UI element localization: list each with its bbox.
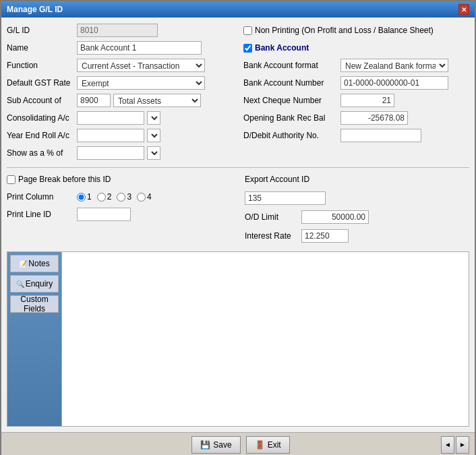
bank-account-label: Bank Account xyxy=(255,43,309,53)
function-select[interactable]: Current Asset - Transaction xyxy=(77,59,205,72)
export-account-input-row xyxy=(245,191,469,206)
radio-4-item: 4 xyxy=(137,192,152,202)
gst-row: Default GST Rate Exempt xyxy=(7,75,233,90)
radio-4[interactable] xyxy=(137,193,146,202)
non-printing-checkbox[interactable] xyxy=(243,26,252,35)
year-end-label: Year End Roll A/c xyxy=(7,131,74,140)
page-break-checkbox[interactable] xyxy=(7,175,16,184)
show-pct-row: Show as a % of xyxy=(7,146,233,160)
bank-format-select[interactable]: New Zealand Bank format xyxy=(340,59,448,72)
name-input[interactable] xyxy=(77,41,202,55)
title-bar: Manage G/L ID ✕ xyxy=(1,1,475,18)
prev-button[interactable]: ◄ xyxy=(441,436,454,454)
main-window: Manage G/L ID ✕ G/L ID Name Function xyxy=(0,0,476,455)
sub-account-label: Sub Account of xyxy=(7,96,74,105)
bottom-panel: Notes Enquiry Custom Fields xyxy=(7,251,469,427)
dd-authority-input[interactable] xyxy=(340,129,421,142)
sidebar: Notes Enquiry Custom Fields xyxy=(7,252,61,426)
custom-fields-button[interactable]: Custom Fields xyxy=(10,295,59,313)
bank-format-label: Bank Account format xyxy=(243,61,338,70)
enquiry-label: Enquiry xyxy=(26,279,53,289)
print-column-radios: 1 2 3 4 xyxy=(77,192,152,202)
middle-section: Page Break before this ID Print Column 1… xyxy=(7,169,469,246)
bank-number-input[interactable] xyxy=(340,76,448,90)
sub-account-input[interactable] xyxy=(77,94,111,107)
sub-account-desc-select[interactable]: Total Assets xyxy=(113,94,201,107)
consolidating-select[interactable] xyxy=(147,111,160,125)
content-area: G/L ID Name Function Current Asset - Tra… xyxy=(1,18,475,432)
name-label: Name xyxy=(7,43,74,53)
opening-bank-row: Opening Bank Rec Bal xyxy=(243,111,469,125)
notes-icon xyxy=(19,259,27,268)
save-icon: 💾 xyxy=(200,440,210,450)
next-cheque-label: Next Cheque Number xyxy=(243,96,338,105)
dd-authority-row: D/Debit Authority No. xyxy=(243,128,469,143)
top-panel: G/L ID Name Function Current Asset - Tra… xyxy=(7,23,469,160)
close-button[interactable]: ✕ xyxy=(458,4,469,15)
radio-3[interactable] xyxy=(117,193,125,202)
enquiry-icon xyxy=(16,279,24,289)
footer: 💾 Save 🚪 Exit ◄ ► xyxy=(1,432,475,455)
enquiry-button[interactable]: Enquiry xyxy=(10,275,59,293)
notes-button[interactable]: Notes xyxy=(10,255,59,272)
window-title: Manage G/L ID xyxy=(7,5,63,14)
radio-2[interactable] xyxy=(97,193,106,202)
non-printing-label: Non Printing (On Profit and Loss / Balan… xyxy=(255,26,434,35)
next-cheque-row: Next Cheque Number xyxy=(243,93,469,108)
custom-fields-label: Custom Fields xyxy=(15,295,54,313)
section-divider-1 xyxy=(7,167,469,168)
footer-buttons: 💾 Save 🚪 Exit xyxy=(40,436,441,454)
main-content-area xyxy=(61,252,469,426)
non-printing-row: Non Printing (On Profit and Loss / Balan… xyxy=(243,23,469,38)
opening-bank-input[interactable] xyxy=(340,111,408,125)
sub-account-row: Sub Account of Total Assets xyxy=(7,93,233,108)
gl-id-row: G/L ID xyxy=(7,23,233,38)
year-end-input[interactable] xyxy=(77,129,144,142)
show-pct-input[interactable] xyxy=(77,146,144,160)
export-account-input[interactable] xyxy=(245,191,326,205)
od-limit-row: O/D Limit xyxy=(245,210,469,224)
save-label: Save xyxy=(213,440,231,450)
interest-rate-row: Interest Rate xyxy=(245,229,469,243)
next-cheque-input[interactable] xyxy=(340,94,394,107)
print-column-label: Print Column xyxy=(7,192,74,202)
consolidating-row: Consolidating A/c xyxy=(7,111,233,125)
bank-number-label: Bank Account Number xyxy=(243,78,338,88)
dd-authority-label: D/Debit Authority No. xyxy=(243,131,338,140)
page-break-row: Page Break before this ID xyxy=(7,172,231,187)
exit-icon: 🚪 xyxy=(255,440,265,450)
show-pct-select[interactable] xyxy=(147,146,160,160)
bank-account-row: Bank Account xyxy=(243,40,469,55)
radio-3-label: 3 xyxy=(127,192,131,202)
next-button[interactable]: ► xyxy=(456,436,469,454)
export-account-label: Export Account ID xyxy=(245,175,309,184)
function-row: Function Current Asset - Transaction xyxy=(7,58,233,73)
right-middle: Export Account ID O/D Limit Interest Rat… xyxy=(245,172,469,243)
consolidating-label: Consolidating A/c xyxy=(7,113,74,123)
radio-1-label: 1 xyxy=(87,192,92,202)
gl-id-input[interactable] xyxy=(77,24,158,37)
radio-1[interactable] xyxy=(77,193,86,202)
bank-format-row: Bank Account format New Zealand Bank for… xyxy=(243,58,469,73)
radio-4-label: 4 xyxy=(147,192,152,202)
gst-select[interactable]: Exempt xyxy=(77,76,205,90)
od-limit-input[interactable] xyxy=(301,210,369,224)
opening-bank-label: Opening Bank Rec Bal xyxy=(243,113,338,123)
radio-1-item: 1 xyxy=(77,192,92,202)
print-column-row: Print Column 1 2 3 xyxy=(7,189,231,204)
left-middle: Page Break before this ID Print Column 1… xyxy=(7,172,231,243)
exit-button[interactable]: 🚪 Exit xyxy=(246,436,290,454)
save-button[interactable]: 💾 Save xyxy=(191,436,240,454)
notes-label: Notes xyxy=(28,259,49,268)
print-line-input[interactable] xyxy=(77,208,131,221)
year-end-select[interactable] xyxy=(147,129,160,142)
bank-account-checkbox[interactable] xyxy=(243,44,252,53)
radio-2-item: 2 xyxy=(97,192,112,202)
right-panel: Non Printing (On Profit and Loss / Balan… xyxy=(243,23,469,160)
export-account-row: Export Account ID xyxy=(245,172,469,187)
year-end-row: Year End Roll A/c xyxy=(7,128,233,143)
gl-id-label: G/L ID xyxy=(7,26,74,35)
consolidating-input[interactable] xyxy=(77,111,144,125)
interest-rate-input[interactable] xyxy=(301,229,349,243)
page-break-label: Page Break before this ID xyxy=(18,175,111,184)
